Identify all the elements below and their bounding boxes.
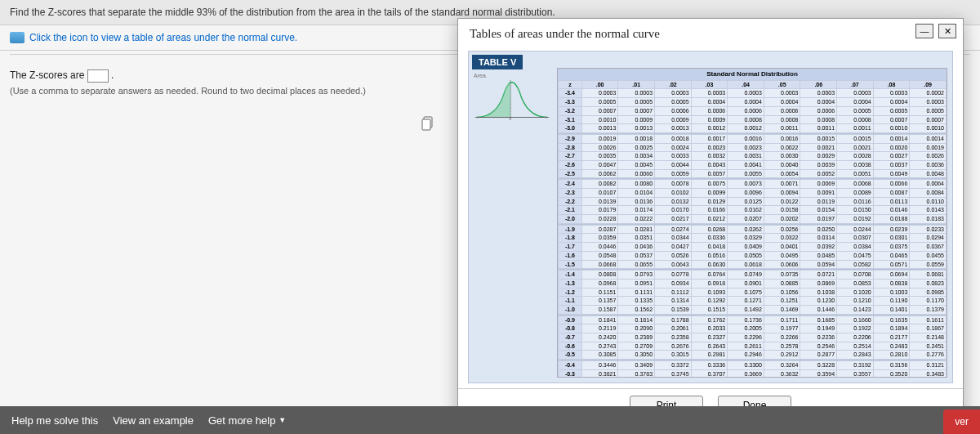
- table-row: -3.10.00100.00090.00090.00090.00080.0008…: [559, 115, 947, 124]
- table-row: -0.70.24200.23890.23580.23270.22960.2266…: [559, 333, 947, 342]
- table-row: -0.50.30850.30500.30150.29810.29460.2912…: [559, 351, 947, 360]
- table-row: -1.00.15870.15620.15390.15150.14920.1469…: [559, 305, 947, 314]
- table-row: -3.20.00070.00070.00060.00060.00060.0006…: [559, 106, 947, 115]
- table-row: -1.80.03590.03510.03440.03360.03290.0322…: [559, 234, 947, 243]
- more-help-label: Get more help: [208, 414, 275, 427]
- table-row: -0.90.18410.18140.17880.17620.17360.1711…: [559, 315, 947, 324]
- table-row: -2.00.02280.02220.02170.02120.02070.0202…: [559, 215, 947, 224]
- bottom-bar: Help me solve this View an example Get m…: [0, 406, 980, 434]
- table-row: -1.50.06680.06550.06430.06300.06180.0606…: [559, 260, 947, 269]
- modal-title: Tables of areas under the normal curve: [458, 19, 963, 46]
- normal-curve-icon: z: [475, 74, 549, 123]
- minimize-button[interactable]: —: [915, 24, 933, 38]
- table-row: -3.40.00030.00030.00030.00030.00030.0003…: [559, 89, 947, 98]
- close-button[interactable]: ✕: [938, 24, 956, 38]
- answer-suffix: .: [111, 69, 114, 81]
- zscores-input[interactable]: [87, 69, 109, 83]
- help-link[interactable]: Help me solve this: [11, 414, 98, 427]
- table-row: -0.80.21190.20900.20610.20330.20050.1977…: [559, 324, 947, 333]
- chevron-down-icon: ▼: [278, 416, 286, 424]
- table-row: -2.20.01390.01360.01320.01290.01250.0122…: [559, 197, 947, 206]
- example-link[interactable]: View an example: [113, 414, 194, 427]
- table-row: -2.40.00820.00800.00780.00750.00730.0071…: [559, 180, 947, 189]
- table-row: -1.40.08080.07930.07780.07640.07490.0735…: [559, 271, 947, 280]
- table-row: -2.60.00470.00450.00440.00430.00410.0040…: [559, 160, 947, 169]
- svg-text:z: z: [509, 116, 511, 121]
- table-row: -0.30.38210.37830.37450.37070.36690.3632…: [559, 369, 947, 378]
- table-icon[interactable]: [10, 32, 24, 43]
- table-row: -2.80.00260.00250.00240.00230.00230.0022…: [559, 143, 947, 152]
- table-row: -0.60.27430.27090.26760.26430.26110.2578…: [559, 342, 947, 351]
- normal-table-modal: — ✕ Tables of areas under the normal cur…: [457, 18, 964, 423]
- table-row: -2.90.00190.00180.00180.00170.00160.0016…: [559, 134, 947, 143]
- z-table[interactable]: Standard Normal Distributionz.00.01.02.0…: [557, 68, 947, 378]
- copy-icon[interactable]: [421, 116, 434, 133]
- ver-badge: ver: [943, 409, 980, 434]
- table-row: -1.70.04460.04360.04270.04180.04090.0401…: [559, 243, 947, 252]
- table-row: -3.30.00050.00050.00050.00040.00040.0004…: [559, 98, 947, 107]
- table-v-label: TABLE V: [472, 55, 523, 69]
- table-row: -3.00.00130.00130.00130.00120.00120.0011…: [559, 124, 947, 133]
- table-row: -1.90.02870.02810.02740.02680.02620.0256…: [559, 225, 947, 234]
- table-row: -1.20.11510.11310.11120.10930.10750.1056…: [559, 288, 947, 297]
- table-row: -1.10.13570.13350.13140.12920.12710.1251…: [559, 297, 947, 306]
- answer-prefix: The Z-scores are: [10, 69, 87, 81]
- svg-rect-1: [422, 119, 430, 130]
- table-row: -2.50.00620.00600.00590.00570.00550.0054…: [559, 169, 947, 178]
- curve-table-link[interactable]: Click the icon to view a table of areas …: [29, 32, 297, 43]
- table-row: -1.30.09680.09510.09340.09180.09010.0885…: [559, 279, 947, 288]
- table-row: -0.40.34460.34090.33720.33360.33000.3264…: [559, 361, 947, 370]
- table-row: -2.10.01790.01740.01700.01660.01620.0158…: [559, 206, 947, 215]
- more-help-link[interactable]: Get more help ▼: [208, 414, 286, 427]
- table-row: -2.70.00350.00340.00330.00320.00310.0030…: [559, 152, 947, 161]
- table-row: -2.30.01070.01040.01020.00990.00960.0094…: [559, 189, 947, 198]
- table-area: TABLE V Area z Standard Normal Distribut…: [468, 51, 953, 383]
- table-row: -1.60.05480.05370.05260.05160.05050.0495…: [559, 251, 947, 260]
